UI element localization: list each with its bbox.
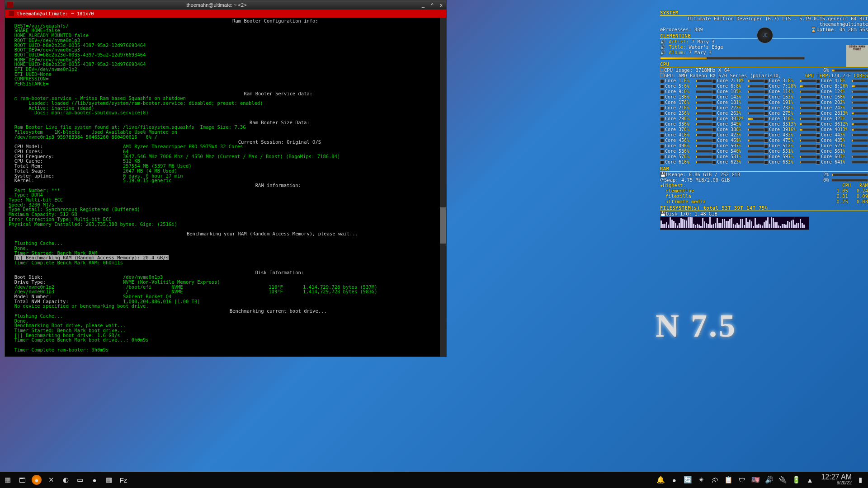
checkbox-icon[interactable] <box>816 150 820 154</box>
scrollbar-thumb[interactable] <box>440 207 446 244</box>
checkbox-icon[interactable] <box>816 84 820 89</box>
battery-icon[interactable]: 🔋 <box>791 475 801 485</box>
checkbox-icon[interactable] <box>816 79 820 83</box>
checkbox-icon[interactable] <box>816 101 820 105</box>
checkbox-icon[interactable] <box>764 84 768 89</box>
show-desktop-button[interactable]: ▮ <box>855 475 865 485</box>
notifications-icon[interactable]: 🔔 <box>656 475 665 485</box>
terminal-scrollbar[interactable] <box>440 18 446 357</box>
checkbox-icon[interactable] <box>660 117 664 121</box>
checkbox-icon[interactable] <box>712 128 716 132</box>
checkbox-icon[interactable] <box>816 112 820 116</box>
checkbox-icon[interactable] <box>712 139 716 143</box>
close-icon[interactable]: x <box>438 2 444 8</box>
maximize-icon[interactable]: ^ <box>429 2 435 8</box>
checkbox-icon[interactable] <box>660 160 664 164</box>
volume-icon[interactable]: 🔊 <box>764 475 774 485</box>
checkbox-icon[interactable] <box>816 117 820 121</box>
sync-icon[interactable]: 🔄 <box>683 475 693 485</box>
checkbox-icon[interactable] <box>816 155 820 159</box>
checkbox-icon[interactable] <box>816 128 820 132</box>
title-bar[interactable]: theemahn@ultimate: ~ <2> _ ^ x <box>5 0 446 9</box>
file-manager-icon[interactable]: 🗔 <box>17 475 27 485</box>
checkbox-icon[interactable] <box>712 155 716 159</box>
show-desktop-icon[interactable]: ▲ <box>805 475 815 485</box>
minimize-icon[interactable]: _ <box>420 2 426 8</box>
checkbox-icon[interactable] <box>660 68 664 72</box>
checkbox-icon[interactable] <box>764 133 768 137</box>
window-icon[interactable]: ▭ <box>75 475 85 485</box>
checkbox-icon[interactable] <box>712 117 716 121</box>
checkbox-icon[interactable] <box>660 155 664 159</box>
checkbox-icon[interactable] <box>816 133 820 137</box>
checkbox-icon[interactable] <box>660 84 664 89</box>
checkbox-icon[interactable] <box>712 150 716 154</box>
checkbox-icon[interactable] <box>712 144 716 148</box>
shield-icon[interactable]: 🛡 <box>737 475 747 485</box>
checkbox-icon[interactable] <box>660 106 664 110</box>
checkbox-icon[interactable] <box>660 79 664 83</box>
checkbox-icon[interactable] <box>764 122 768 127</box>
checkbox-icon[interactable] <box>660 95 664 99</box>
terminal-icon[interactable]: ▦ <box>104 475 114 485</box>
start-menu-button[interactable]: ▦ <box>3 475 13 485</box>
checkbox-icon[interactable] <box>764 155 768 159</box>
checkbox-icon[interactable] <box>764 160 768 164</box>
checkbox-icon[interactable] <box>816 95 820 99</box>
checkbox-icon[interactable] <box>660 101 664 105</box>
checkbox-icon[interactable] <box>764 128 768 132</box>
checkbox-icon[interactable] <box>660 73 664 77</box>
checkbox-icon[interactable] <box>712 160 716 164</box>
checkbox-icon[interactable] <box>712 101 716 105</box>
checkbox-icon[interactable] <box>764 150 768 154</box>
checkbox-icon[interactable] <box>712 106 716 110</box>
checkbox-icon[interactable] <box>712 79 716 83</box>
terminal-output[interactable]: Ram Booter Configuration info: DEST=/var… <box>5 18 446 357</box>
checkbox-icon[interactable] <box>712 133 716 137</box>
core-item: Core 6:8% <box>712 84 764 89</box>
checkbox-icon[interactable] <box>816 144 820 148</box>
checkbox-icon[interactable] <box>764 95 768 99</box>
filezilla-icon[interactable]: Fz <box>118 475 128 485</box>
checkbox-icon[interactable] <box>816 122 820 127</box>
checkbox-icon[interactable] <box>764 79 768 83</box>
checkbox-icon[interactable] <box>660 133 664 137</box>
checkbox-icon[interactable] <box>764 112 768 116</box>
checkbox-icon[interactable] <box>816 90 820 94</box>
checkbox-icon[interactable] <box>660 128 664 132</box>
keyboard-layout-icon[interactable]: 🇺🇸 <box>750 475 760 485</box>
power-icon[interactable]: 🔌 <box>778 475 788 485</box>
chrome-tray-icon[interactable]: ● <box>669 475 679 485</box>
checkbox-icon[interactable] <box>660 144 664 148</box>
checkbox-icon[interactable] <box>764 117 768 121</box>
checkbox-icon[interactable] <box>764 106 768 110</box>
chat-icon[interactable]: 🗭 <box>710 475 720 485</box>
core-item: Core 28:13% <box>816 111 868 116</box>
clock[interactable]: 12:27 AM9/20/22 <box>821 474 852 486</box>
checkbox-icon[interactable] <box>660 90 664 94</box>
checkbox-icon[interactable] <box>660 122 664 127</box>
checkbox-icon[interactable] <box>764 90 768 94</box>
settings-icon[interactable]: ✕ <box>46 475 56 485</box>
checkbox-icon[interactable] <box>816 139 820 143</box>
checkbox-icon[interactable] <box>764 139 768 143</box>
checkbox-icon[interactable] <box>712 90 716 94</box>
checkbox-icon[interactable] <box>712 122 716 127</box>
clementine-icon[interactable]: ● <box>32 475 42 485</box>
checkbox-icon[interactable] <box>712 95 716 99</box>
checkbox-icon[interactable] <box>660 112 664 116</box>
speaker-icon: 🔊 <box>660 44 666 50</box>
checkbox-icon[interactable] <box>712 84 716 89</box>
checkbox-icon[interactable] <box>816 106 820 110</box>
checkbox-icon[interactable] <box>712 112 716 116</box>
checkbox-icon[interactable] <box>764 101 768 105</box>
checkbox-icon[interactable] <box>764 144 768 148</box>
terminal-tab-bar[interactable]: theemahn@ultimate: ~ 181x70 <box>5 9 446 18</box>
widget-icon[interactable]: ✴ <box>696 475 706 485</box>
checkbox-icon[interactable] <box>660 150 664 154</box>
firefox-icon[interactable]: ◐ <box>61 475 71 485</box>
checkbox-icon[interactable] <box>816 160 820 164</box>
checkbox-icon[interactable] <box>660 139 664 143</box>
chrome-icon[interactable]: ● <box>90 475 99 485</box>
clipboard-icon[interactable]: 📋 <box>723 475 733 485</box>
